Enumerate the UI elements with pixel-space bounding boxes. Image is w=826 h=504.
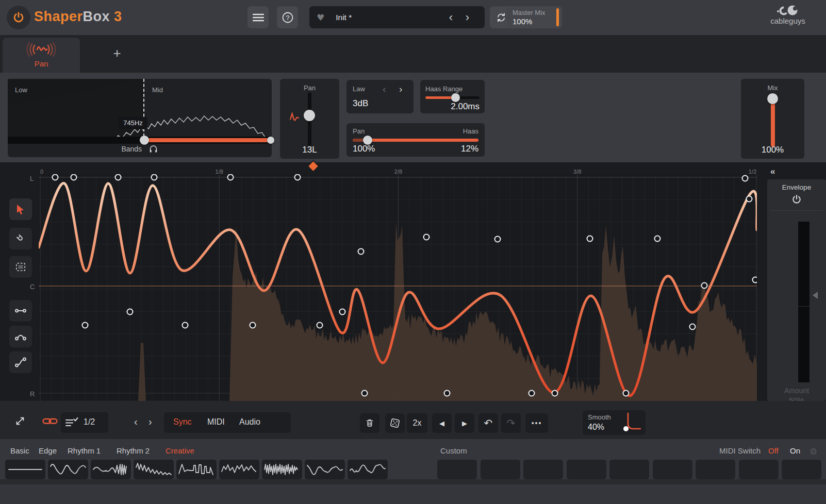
- wave-preset-noise[interactable]: [262, 460, 302, 479]
- wave-editor-canvas[interactable]: [39, 174, 757, 401]
- custom-wave-slot-3[interactable]: [523, 460, 563, 479]
- add-tab-button[interactable]: +: [109, 45, 125, 61]
- arc-tool-button[interactable]: [9, 326, 32, 347]
- band-right-handle[interactable]: [267, 137, 274, 144]
- playhead-marker[interactable]: [308, 161, 318, 171]
- wave-preset-flat-line[interactable]: [5, 460, 45, 479]
- custom-wave-slot-4[interactable]: [567, 460, 606, 479]
- curve-control-point[interactable]: [424, 234, 429, 240]
- shift-right-button[interactable]: ▶: [455, 413, 474, 433]
- fullscreen-button[interactable]: [14, 415, 26, 427]
- category-basic[interactable]: Basic: [10, 446, 29, 455]
- custom-wave-slot-5[interactable]: [609, 460, 649, 479]
- curve-control-point[interactable]: [552, 391, 558, 396]
- custom-wave-slot-6[interactable]: [653, 460, 692, 479]
- midi-switch-off-button[interactable]: Off: [768, 446, 779, 455]
- curve-control-point[interactable]: [340, 309, 345, 315]
- main-menu-button[interactable]: [247, 6, 269, 28]
- tab-pan[interactable]: Pan: [3, 38, 80, 73]
- midi-switch-on-button[interactable]: On: [790, 446, 800, 455]
- preset-next-button[interactable]: ›: [466, 12, 469, 23]
- haas-range-track[interactable]: [425, 96, 480, 99]
- curve-control-point[interactable]: [495, 237, 501, 242]
- law-prev-button[interactable]: ‹: [383, 84, 386, 94]
- pan-haas-track[interactable]: [353, 139, 478, 142]
- category-rhythm2[interactable]: Rhythm 2: [117, 446, 150, 455]
- heart-icon[interactable]: ♥: [317, 12, 324, 23]
- envelope-power-button[interactable]: [791, 194, 802, 205]
- curve-control-point[interactable]: [71, 175, 77, 180]
- mix-panel[interactable]: Mix 100%: [741, 79, 804, 159]
- help-button[interactable]: ?: [277, 6, 298, 28]
- law-next-button[interactable]: ›: [399, 84, 402, 94]
- curve-control-point[interactable]: [702, 283, 707, 289]
- delete-wave-button[interactable]: [360, 413, 379, 433]
- custom-wave-slot-1[interactable]: [437, 460, 477, 479]
- scurve-tool-button[interactable]: [9, 351, 32, 373]
- grid-setting-group[interactable]: 1/2: [61, 412, 108, 433]
- wave-preset-chirp[interactable]: [91, 460, 131, 479]
- curve-control-point[interactable]: [362, 391, 368, 396]
- preset-prev-button[interactable]: ‹: [449, 12, 453, 23]
- undo-button[interactable]: ↶: [478, 413, 498, 433]
- category-creative[interactable]: Creative: [166, 446, 194, 455]
- curve-control-point[interactable]: [690, 324, 696, 330]
- plugin-power-button[interactable]: [7, 6, 30, 29]
- curve-control-point[interactable]: [655, 236, 660, 242]
- redo-button[interactable]: ↷: [501, 413, 521, 433]
- envelope-amount-track[interactable]: [798, 222, 810, 382]
- curve-control-point[interactable]: [53, 175, 58, 180]
- haas-range-knob[interactable]: [451, 93, 460, 102]
- mix-slider-knob[interactable]: [767, 93, 778, 104]
- more-options-button[interactable]: •••: [525, 413, 548, 433]
- smooth-panel[interactable]: Smooth 40%: [583, 410, 646, 435]
- marquee-tool-button[interactable]: [9, 256, 32, 278]
- category-edge[interactable]: Edge: [39, 446, 57, 455]
- crossover-track[interactable]: [8, 137, 272, 144]
- envelope-amount-handle[interactable]: [813, 292, 818, 299]
- custom-wave-slot-2[interactable]: [481, 460, 520, 479]
- curve-control-point[interactable]: [747, 196, 752, 202]
- curve-control-point[interactable]: [250, 323, 256, 328]
- grid-value[interactable]: 1/2: [84, 417, 95, 427]
- curve-control-point[interactable]: [444, 391, 450, 396]
- curve-control-point[interactable]: [317, 323, 323, 328]
- wave-preset-saw-fall[interactable]: [134, 460, 174, 479]
- custom-wave-slot-8[interactable]: [739, 460, 779, 479]
- grid-next-button[interactable]: ›: [148, 416, 152, 427]
- wave-preset-wave-slow[interactable]: [48, 460, 88, 479]
- wave-preset-squiggle-grow[interactable]: [348, 460, 388, 479]
- curve-control-point[interactable]: [529, 391, 535, 396]
- bands-footer[interactable]: Bands: [8, 144, 272, 157]
- line-tool-button[interactable]: [9, 300, 32, 322]
- curve-control-point[interactable]: [358, 249, 364, 255]
- band-panel[interactable]: Low Mid 745Hz Bands: [8, 79, 272, 157]
- band-mid-label[interactable]: Mid: [152, 86, 163, 94]
- curve-control-point[interactable]: [295, 175, 301, 180]
- haas-range-panel[interactable]: Haas Range 2.00ms: [420, 80, 485, 113]
- pan-haas-panel[interactable]: Pan Haas 100% 12%: [346, 123, 485, 157]
- preset-name[interactable]: Init *: [336, 13, 352, 22]
- master-mix-panel[interactable]: Master Mix 100%: [507, 6, 562, 28]
- mode-audio-button[interactable]: Audio: [239, 417, 260, 427]
- curve-control-point[interactable]: [623, 391, 629, 396]
- mid-band-range[interactable]: [144, 138, 272, 142]
- gear-icon[interactable]: ⚙: [810, 446, 817, 457]
- law-panel[interactable]: Law ‹ › 3dB: [346, 80, 414, 113]
- link-waves-button[interactable]: [42, 416, 58, 426]
- smooth-elbow-icon[interactable]: [620, 411, 642, 434]
- curve-control-point[interactable]: [753, 277, 757, 283]
- preset-bar[interactable]: ♥ Init * ‹ ›: [309, 6, 485, 28]
- mode-sync-button[interactable]: Sync: [173, 417, 192, 427]
- headphones-icon[interactable]: [148, 144, 158, 154]
- double-wave-button[interactable]: 2x: [407, 413, 427, 433]
- wave-preset-peak-pulse[interactable]: [176, 460, 217, 479]
- curve-control-point[interactable]: [228, 175, 234, 180]
- curve-control-point[interactable]: [742, 176, 748, 181]
- pan-slider-knob[interactable]: [304, 110, 315, 121]
- curve-control-point[interactable]: [587, 236, 593, 242]
- wave-preset-hills[interactable]: [219, 460, 259, 479]
- curve-control-point[interactable]: [115, 175, 121, 180]
- curve-control-point[interactable]: [127, 309, 133, 315]
- mode-midi-button[interactable]: MIDI: [207, 417, 225, 427]
